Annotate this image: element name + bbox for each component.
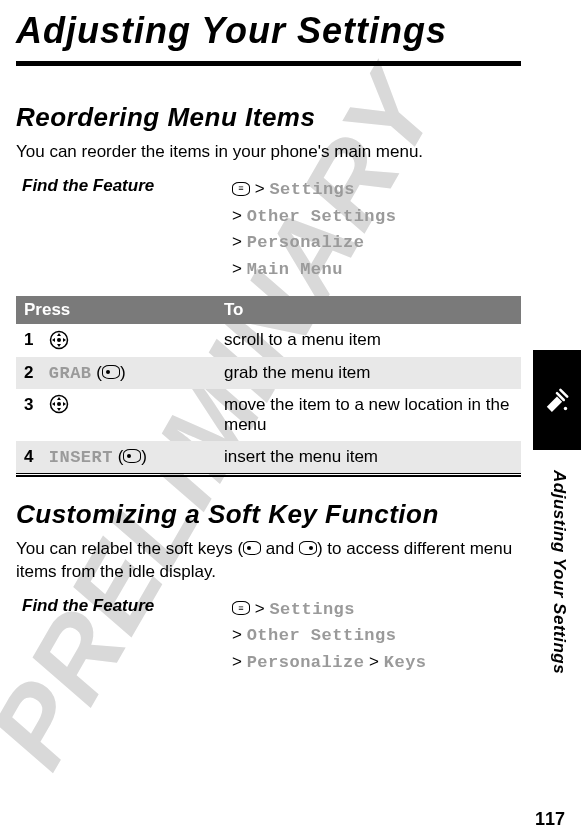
path-main-menu: Main Menu xyxy=(247,260,343,279)
step-number: 2 xyxy=(24,363,44,383)
side-section-label: Adjusting Your Settings xyxy=(549,470,569,674)
steps-table: Press To 1 scroll to a menu item 2 GRAB … xyxy=(16,296,521,473)
path-personalize: Personalize xyxy=(247,233,365,252)
table-row: 4 INSERT () insert the menu item xyxy=(16,441,521,473)
table-row: 2 GRAB () grab the menu item xyxy=(16,357,521,389)
step-number: 1 xyxy=(24,330,44,350)
section-body-reorder: You can reorder the items in your phone'… xyxy=(16,141,521,164)
section-heading-softkey: Customizing a Soft Key Function xyxy=(16,499,521,530)
step-number: 4 xyxy=(24,447,44,467)
section-body-softkey: You can relabel the soft keys ( and ) to… xyxy=(16,538,521,584)
find-feature-path-1: > Settings > Other Settings > Personaliz… xyxy=(232,176,396,282)
find-feature-block-1: Find the Feature > Settings > Other Sett… xyxy=(16,176,521,282)
step-to: move the item to a new location in the m… xyxy=(216,389,521,441)
find-feature-label: Find the Feature xyxy=(22,176,222,196)
softkey-left-icon xyxy=(243,541,261,555)
table-row: 3 move the item to a new location in the… xyxy=(16,389,521,441)
action-insert: INSERT xyxy=(49,448,113,467)
path-other-settings: Other Settings xyxy=(247,207,397,226)
page-number: 117 xyxy=(535,809,565,830)
side-tab-icon xyxy=(533,350,581,450)
menu-icon xyxy=(232,601,250,615)
softkey-right-icon xyxy=(299,541,317,555)
find-feature-block-2: Find the Feature > Settings > Other Sett… xyxy=(16,596,521,676)
path-other-settings: Other Settings xyxy=(247,626,397,645)
page-content: Adjusting Your Settings Reordering Menu … xyxy=(0,0,581,675)
nav-icon xyxy=(49,394,69,414)
table-header-press: Press xyxy=(16,296,216,324)
path-personalize: Personalize xyxy=(247,653,365,672)
path-settings: Settings xyxy=(269,600,355,619)
find-feature-path-2: > Settings > Other Settings > Personaliz… xyxy=(232,596,427,676)
step-number: 3 xyxy=(24,395,44,415)
body-pre: You can relabel the soft keys ( xyxy=(16,539,243,558)
menu-icon xyxy=(232,182,250,196)
action-grab: GRAB xyxy=(49,364,92,383)
svg-point-4 xyxy=(564,407,567,410)
step-to: insert the menu item xyxy=(216,441,521,473)
table-row: 1 scroll to a menu item xyxy=(16,324,521,357)
find-feature-label: Find the Feature xyxy=(22,596,222,616)
path-settings: Settings xyxy=(269,180,355,199)
svg-point-3 xyxy=(57,402,61,406)
body-mid: and xyxy=(261,539,299,558)
table-end-rule xyxy=(16,473,521,477)
page-title: Adjusting Your Settings xyxy=(16,10,521,51)
svg-point-1 xyxy=(57,338,61,342)
softkey-left-icon xyxy=(102,365,120,379)
step-to: grab the menu item xyxy=(216,357,521,389)
title-rule xyxy=(16,61,521,66)
softkey-left-icon xyxy=(123,449,141,463)
section-heading-reorder: Reordering Menu Items xyxy=(16,102,521,133)
nav-icon xyxy=(49,330,69,350)
table-header-to: To xyxy=(216,296,521,324)
path-keys: Keys xyxy=(384,653,427,672)
step-to: scroll to a menu item xyxy=(216,324,521,357)
